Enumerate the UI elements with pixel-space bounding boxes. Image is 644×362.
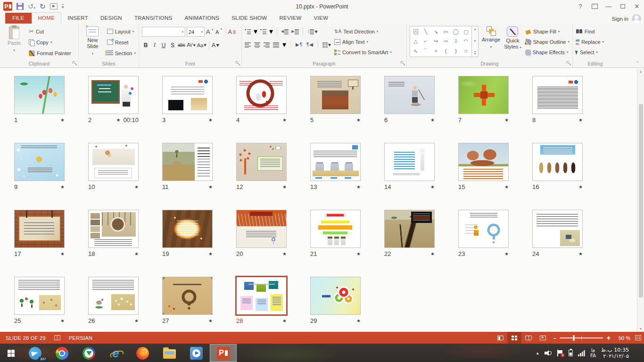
slide-thumbnail-18[interactable] [88,210,139,248]
transition-star-icon[interactable]: ★ [134,318,139,323]
shape-blob-icon[interactable]: ◠ [464,39,469,44]
line-spacing-button[interactable]: ↕▾ [307,27,317,35]
slide-thumbnail-3[interactable] [162,76,213,114]
decrease-font-size-button[interactable]: A▼ [215,28,223,36]
character-spacing-button[interactable]: AV▾ [187,41,196,49]
transition-star-icon[interactable]: ★ [208,117,213,123]
slide-show-button[interactable] [536,332,550,344]
shape-left-brace-icon[interactable]: { [445,49,447,54]
slide-thumbnail-14[interactable] [384,143,435,181]
undo-dropdown-icon[interactable]: ▾ [34,6,36,9]
change-case-button[interactable]: Aa▾ [197,41,206,49]
slide-thumbnail-1[interactable] [14,76,65,114]
slide-thumbnail-8[interactable] [532,76,583,114]
zoom-slider-thumb[interactable] [573,335,575,341]
shape-right-arrow-icon[interactable]: ⇨ [444,39,448,44]
replace-button[interactable]: abacReplace▾ [576,38,604,46]
increase-font-size-button[interactable]: A▲ [206,28,214,36]
taskbar-firefox[interactable] [129,344,156,362]
strikethrough-button[interactable]: abc [178,41,185,49]
transition-star-icon[interactable]: ★ [60,117,65,123]
transition-star-icon[interactable]: ★ [356,251,361,256]
slide-thumbnail-13[interactable] [310,143,361,181]
transition-star-icon[interactable]: ★ [208,184,213,189]
shape-star-icon[interactable]: ☆ [463,49,468,54]
battery-icon[interactable] [569,350,573,356]
taskbar-telegram[interactable]: 337 [22,344,49,362]
arrange-button[interactable]: Arrange ▾ [482,26,500,50]
transition-star-icon[interactable]: ★ [60,251,65,256]
zoom-out-button[interactable]: - [553,336,556,340]
slide-thumbnail-27[interactable] [162,277,213,315]
normal-view-button[interactable] [493,332,507,344]
right-to-left-button[interactable]: ¶◀ [306,41,314,49]
font-name-combobox[interactable]: ▾ [142,27,185,37]
slide-thumbnail-2[interactable] [88,76,139,114]
transition-star-icon[interactable]: ★ [282,184,287,189]
slide-thumbnail-20[interactable] [236,210,287,248]
taskbar-file-explorer[interactable] [156,344,183,362]
redo-icon[interactable]: ↻ [40,3,46,10]
tab-design[interactable]: DESIGN [94,13,128,24]
slide-thumbnail-23[interactable] [458,210,509,248]
slide-thumbnail-17[interactable] [14,210,65,248]
copy-button[interactable]: Copy▾ [29,38,71,46]
zoom-in-button[interactable]: + [607,336,611,340]
convert-smartart-button[interactable]: Convert to SmartArt▾ [334,48,392,56]
tab-transitions[interactable]: TRANSITIONS [128,13,179,24]
save-icon[interactable] [17,3,24,10]
undo-button[interactable]: ↺▾ [28,3,35,10]
transition-star-icon[interactable]: ★ [116,117,120,123]
transition-star-icon[interactable]: ★ [60,318,65,323]
slide-sorter-view-button[interactable] [507,332,521,344]
slide-thumbnail-6[interactable] [384,76,435,114]
zoom-slider[interactable] [560,337,603,338]
start-from-beginning-icon[interactable] [50,3,58,9]
ribbon-display-options-button[interactable] [587,0,602,13]
chevron-down-icon[interactable]: ▾ [199,30,203,34]
new-slide-dropdown-icon[interactable]: ▾ [92,50,94,57]
tab-view[interactable]: VIEW [308,13,335,24]
slide-thumbnail-22[interactable] [384,210,435,248]
format-painter-button[interactable]: Format Painter [29,49,71,57]
slide-thumbnail-4[interactable] [236,76,287,114]
tab-insert[interactable]: INSERT [61,13,94,24]
cut-button[interactable]: ✂Cut [29,27,71,35]
shape-elbow-arrow-icon[interactable]: ↪ [434,39,438,44]
quick-styles-button[interactable]: QuickStyles ▾ [504,26,522,50]
text-shadow-button[interactable]: S [169,41,176,49]
transition-star-icon[interactable]: ★ [356,117,361,123]
slide-thumbnail-28[interactable] [236,277,287,315]
transition-star-icon[interactable]: ★ [578,251,583,256]
layout-button[interactable]: Layout▾ [107,27,136,35]
speaker-icon[interactable] [545,350,552,356]
start-button[interactable] [0,344,22,362]
shape-triangle-icon[interactable]: △ [413,39,417,44]
paste-button[interactable]: Paste ▾ [3,26,25,53]
reading-view-button[interactable] [521,332,536,344]
slide-thumbnail-24[interactable] [532,210,583,248]
transition-star-icon[interactable]: ★ [134,251,139,256]
transition-star-icon[interactable]: ★ [504,117,509,123]
collapse-ribbon-button[interactable]: ⌃ [636,61,639,66]
tab-home[interactable]: HOME [32,12,62,24]
transition-star-icon[interactable]: ★ [208,318,213,323]
slide-thumbnail-15[interactable] [458,143,509,181]
slide-thumbnail-11[interactable] [162,143,213,181]
customize-qat-icon[interactable]: ▾ [62,4,64,9]
slide-thumbnail-25[interactable] [14,277,65,315]
text-direction-button[interactable]: ⇅AText Direction▾ [334,27,392,35]
scroll-down-icon[interactable]: ▼ [474,40,477,42]
shape-curve-icon[interactable]: ≈ [434,49,437,54]
shape-line-icon[interactable]: ╲ [424,29,428,34]
left-to-right-button[interactable]: ▶¶ [295,41,303,49]
shape-fill-button[interactable]: Shape Fill▾ [525,27,570,35]
transition-star-icon[interactable]: ★ [578,117,583,123]
show-hidden-icons-chevron[interactable]: ▲ [536,351,539,355]
restore-button[interactable] [616,0,630,13]
taskbar-chrome[interactable] [49,344,75,362]
scroll-up-icon[interactable]: ▲ [639,70,643,73]
align-left-icon[interactable] [245,42,251,48]
transition-star-icon[interactable]: ★ [430,251,435,256]
sign-in-area[interactable]: Sign in [612,14,641,24]
